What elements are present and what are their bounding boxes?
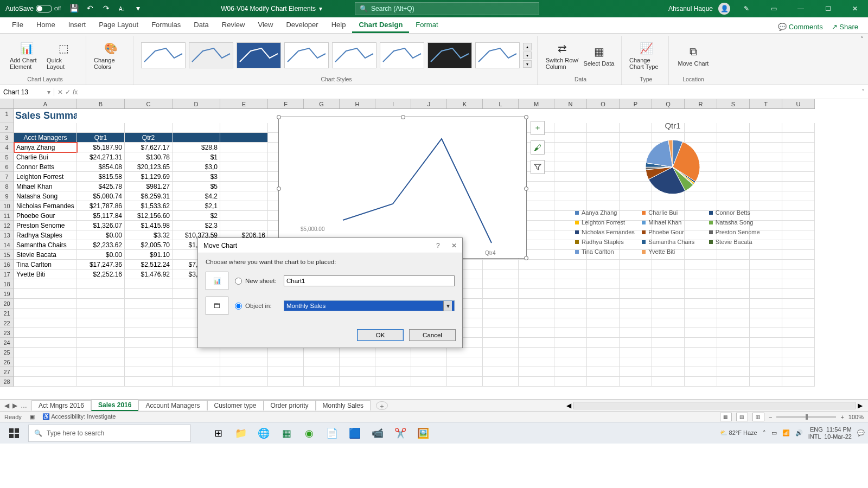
cell[interactable] bbox=[125, 377, 173, 387]
cell[interactable] bbox=[782, 133, 815, 143]
battery-icon[interactable]: ▭ bbox=[771, 429, 777, 436]
cell[interactable] bbox=[173, 123, 220, 133]
autosave-toggle[interactable]: AutoSave Off bbox=[2, 5, 64, 12]
cell[interactable] bbox=[750, 357, 782, 367]
cell[interactable] bbox=[652, 269, 685, 279]
cell[interactable] bbox=[519, 377, 554, 387]
chart-filters-button[interactable] bbox=[531, 160, 545, 174]
cell[interactable] bbox=[782, 299, 815, 309]
cell[interactable] bbox=[652, 299, 685, 309]
cell[interactable]: $12,156.60 bbox=[125, 211, 173, 221]
cell[interactable] bbox=[652, 348, 685, 357]
cell[interactable] bbox=[782, 221, 815, 230]
cell[interactable] bbox=[77, 309, 125, 318]
chevron-down-icon[interactable]: ▾ bbox=[47, 88, 50, 96]
chart-style-2[interactable] bbox=[189, 42, 233, 68]
cell[interactable] bbox=[220, 172, 268, 182]
object-in-dropdown[interactable]: Monthly Sales▾ bbox=[284, 300, 455, 311]
add-chart-element-button[interactable]: 📊Add Chart Element bbox=[10, 41, 43, 70]
zoom-app-icon[interactable]: 📹 bbox=[368, 424, 387, 442]
gallery-more-icon[interactable]: ▾ bbox=[523, 60, 532, 68]
row-header[interactable]: 26 bbox=[0, 357, 14, 367]
cell[interactable] bbox=[340, 367, 375, 377]
cell[interactable]: $2,233.62 bbox=[77, 240, 125, 250]
cell[interactable]: $130.78 bbox=[125, 152, 173, 162]
chart-style-gallery[interactable]: ▴ ▾ ▾ bbox=[141, 36, 532, 75]
cell[interactable] bbox=[782, 377, 815, 387]
cell[interactable]: Yvette Biti bbox=[14, 269, 77, 279]
autosave-switch[interactable] bbox=[36, 5, 52, 12]
cell[interactable] bbox=[77, 289, 125, 299]
notepad-icon[interactable]: 📄 bbox=[322, 424, 342, 442]
cell[interactable] bbox=[652, 318, 685, 328]
row-header[interactable]: 3 bbox=[0, 133, 14, 143]
chrome-icon[interactable]: 🌐 bbox=[254, 424, 273, 442]
cell[interactable] bbox=[220, 367, 268, 377]
chart-style-3[interactable] bbox=[237, 42, 281, 68]
taskbar-search[interactable]: 🔍Type here to search bbox=[28, 425, 191, 442]
change-colors-button[interactable]: 🎨Change Colors bbox=[94, 41, 127, 70]
cell[interactable] bbox=[620, 289, 652, 299]
view-normal-icon[interactable]: ▦ bbox=[720, 413, 732, 421]
tab-formulas[interactable]: Formulas bbox=[145, 17, 187, 33]
cell[interactable] bbox=[14, 289, 77, 299]
chart-style-4[interactable] bbox=[284, 42, 329, 68]
scroll-right-icon[interactable]: ▶ bbox=[858, 402, 863, 409]
cell[interactable]: $3,0 bbox=[173, 162, 220, 172]
cell[interactable] bbox=[125, 367, 173, 377]
row-header[interactable]: 15 bbox=[0, 250, 14, 260]
gallery-up-icon[interactable]: ▴ bbox=[523, 43, 532, 50]
row-header[interactable]: 6 bbox=[0, 162, 14, 172]
column-header[interactable]: D bbox=[173, 99, 220, 108]
cell[interactable] bbox=[587, 338, 620, 348]
zoom-out-icon[interactable]: − bbox=[769, 414, 772, 420]
cell[interactable] bbox=[620, 309, 652, 318]
zoom-slider[interactable] bbox=[776, 416, 836, 418]
row-header[interactable]: 19 bbox=[0, 289, 14, 299]
cell[interactable] bbox=[483, 299, 519, 309]
cell[interactable] bbox=[304, 357, 340, 367]
cell[interactable] bbox=[620, 299, 652, 309]
row-header[interactable]: 20 bbox=[0, 299, 14, 309]
column-header[interactable]: R bbox=[685, 99, 717, 108]
cell[interactable] bbox=[750, 289, 782, 299]
cell[interactable]: $981.27 bbox=[125, 182, 173, 191]
row-header[interactable]: 21 bbox=[0, 309, 14, 318]
cell[interactable] bbox=[620, 260, 652, 269]
cell[interactable] bbox=[375, 377, 411, 387]
cell[interactable] bbox=[620, 348, 652, 357]
cell[interactable] bbox=[782, 143, 815, 152]
ribbon-mode-icon[interactable]: ✎ bbox=[736, 0, 757, 17]
cell[interactable] bbox=[519, 318, 554, 328]
cell[interactable] bbox=[483, 279, 519, 289]
row-header[interactable]: 11 bbox=[0, 211, 14, 221]
cell[interactable] bbox=[587, 289, 620, 299]
cell[interactable] bbox=[554, 309, 587, 318]
view-page-layout-icon[interactable]: ▤ bbox=[736, 413, 748, 421]
chart-styles-button[interactable]: 🖌 bbox=[531, 140, 545, 155]
cell[interactable] bbox=[14, 328, 77, 338]
row-header[interactable]: 4 bbox=[0, 143, 14, 152]
cell[interactable] bbox=[268, 348, 304, 357]
cell[interactable] bbox=[483, 269, 519, 279]
cell[interactable]: $5 bbox=[173, 182, 220, 191]
cell[interactable] bbox=[782, 201, 815, 211]
tab-view[interactable]: View bbox=[251, 17, 279, 33]
cell[interactable]: Connor Betts bbox=[14, 162, 77, 172]
cell[interactable]: $6,259.31 bbox=[125, 191, 173, 201]
cell[interactable] bbox=[14, 348, 77, 357]
cell[interactable] bbox=[652, 328, 685, 338]
cell[interactable] bbox=[77, 367, 125, 377]
cell[interactable] bbox=[519, 299, 554, 309]
sheet-tab[interactable]: Sales 2016 bbox=[91, 400, 138, 411]
cell[interactable]: $2,512.24 bbox=[125, 260, 173, 269]
cell[interactable] bbox=[620, 279, 652, 289]
cell[interactable] bbox=[685, 357, 717, 367]
dialog-close-icon[interactable]: ✕ bbox=[451, 242, 457, 249]
cell[interactable] bbox=[685, 289, 717, 299]
quick-layout-button[interactable]: ⬚Quick Layout bbox=[47, 41, 80, 70]
cell[interactable] bbox=[587, 309, 620, 318]
cell[interactable]: Phoebe Gour bbox=[14, 211, 77, 221]
chart-style-1[interactable] bbox=[141, 42, 186, 68]
cell[interactable]: $2,252.16 bbox=[77, 269, 125, 279]
